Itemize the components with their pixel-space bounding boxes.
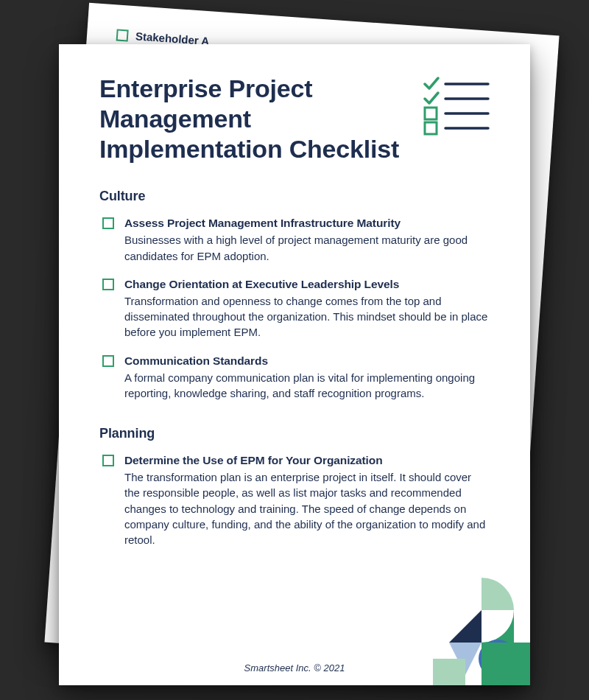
item-title: Change Orientation at Executive Leadersh… [124, 277, 490, 293]
svg-rect-2 [425, 108, 437, 119]
item-desc: Transformation and openness to change co… [124, 293, 490, 340]
item-desc: Businesses with a high level of project … [124, 232, 490, 264]
checklist-item: Change Orientation at Executive Leadersh… [99, 277, 490, 340]
checkbox-icon [102, 279, 114, 290]
page-title: Enterprise Project Management Implementa… [99, 74, 407, 164]
footer-text: Smartsheet Inc. © 2021 [59, 662, 530, 673]
item-title: Communication Standards [124, 354, 490, 369]
item-desc: A formal company communication plan is v… [124, 370, 490, 402]
section-title-culture: Culture [99, 189, 490, 204]
checklist-icon [422, 77, 490, 136]
header: Enterprise Project Management Implementa… [99, 74, 490, 164]
checkbox-icon [116, 29, 129, 41]
section-title-planning: Planning [99, 426, 490, 441]
item-title: Determine the Use of EPM for Your Organi… [124, 453, 490, 469]
checklist-item: Assess Project Management Infrastructure… [99, 216, 490, 264]
document-preview: Stakeholder A Enterprise Project Managem… [0, 0, 589, 700]
item-desc: The transformation plan is an enterprise… [124, 469, 490, 547]
checklist-item: Communication Standards A formal company… [99, 354, 490, 402]
checkbox-icon [102, 217, 114, 229]
svg-rect-4 [425, 122, 437, 134]
checklist-item: Determine the Use of EPM for Your Organi… [99, 453, 490, 547]
checkbox-icon [102, 455, 114, 466]
item-title: Assess Project Management Infrastructure… [124, 216, 490, 231]
page-front: Enterprise Project Management Implementa… [59, 44, 530, 685]
checkbox-icon [102, 355, 114, 367]
